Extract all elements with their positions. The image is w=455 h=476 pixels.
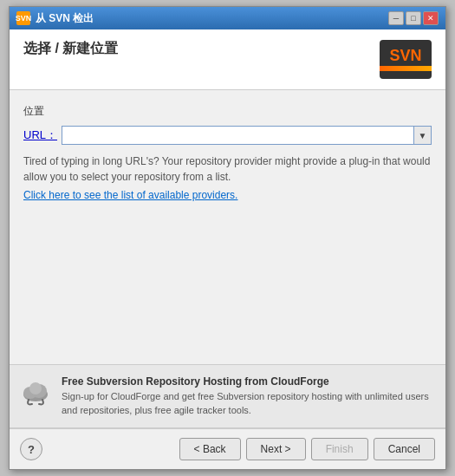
url-label: URL：	[23, 127, 55, 143]
url-dropdown-button[interactable]: ▼	[414, 126, 432, 145]
url-input-wrapper: ▼	[62, 126, 432, 145]
spacer	[23, 215, 432, 350]
main-window: SVN 从 SVN 检出 ─ □ ✕ 选择 / 新建位置 SVN 位置 URL：	[9, 6, 446, 470]
cloudforge-svg-icon	[20, 375, 51, 407]
title-bar: SVN 从 SVN 检出 ─ □ ✕	[10, 7, 445, 29]
close-button[interactable]: ✕	[423, 11, 439, 25]
url-row: URL： ▼	[23, 126, 432, 145]
next-button[interactable]: Next >	[246, 438, 306, 460]
button-bar: ? < Back Next > Finish Cancel	[10, 428, 445, 469]
minimize-button[interactable]: ─	[388, 11, 404, 25]
window-title: 从 SVN 检出	[36, 11, 94, 26]
window-content: 选择 / 新建位置 SVN 位置 URL： ▼ Tired of typing …	[10, 29, 445, 469]
header-section: 选择 / 新建位置 SVN	[10, 29, 445, 90]
title-bar-left: SVN 从 SVN 检出	[16, 11, 94, 26]
title-bar-controls: ─ □ ✕	[388, 11, 439, 25]
hint-text: Tired of typing in long URL's? Your repo…	[23, 153, 432, 185]
svn-logo-text: SVN	[389, 48, 421, 63]
navigation-buttons: < Back Next > Finish Cancel	[179, 438, 435, 460]
cloudforge-title: Free Subversion Repository Hosting from …	[62, 375, 435, 388]
cloudforge-description: Sign-up for CloudForge and get free Subv…	[62, 390, 435, 417]
providers-link[interactable]: Click here to see the list of available …	[23, 189, 237, 201]
finish-button[interactable]: Finish	[311, 438, 368, 460]
title-icon: SVN	[16, 11, 30, 25]
page-title: 选择 / 新建位置	[23, 40, 118, 58]
restore-button[interactable]: □	[406, 11, 421, 25]
cloudforge-section: Free Subversion Repository Hosting from …	[10, 364, 445, 427]
cancel-button[interactable]: Cancel	[374, 438, 435, 460]
back-button[interactable]: < Back	[179, 438, 241, 460]
url-input[interactable]	[62, 126, 414, 145]
svn-logo: SVN	[380, 40, 432, 79]
section-label: 位置	[23, 104, 432, 119]
cloudforge-icon	[20, 375, 51, 407]
svn-logo-bar	[380, 66, 432, 71]
svg-point-3	[29, 382, 42, 394]
hint-box: Tired of typing in long URL's? Your repo…	[23, 153, 432, 201]
title-icon-label: SVN	[16, 14, 32, 23]
cloudforge-text: Free Subversion Repository Hosting from …	[62, 375, 435, 417]
main-area: 位置 URL： ▼ Tired of typing in long URL's?…	[10, 90, 445, 364]
help-button[interactable]: ?	[20, 438, 42, 460]
